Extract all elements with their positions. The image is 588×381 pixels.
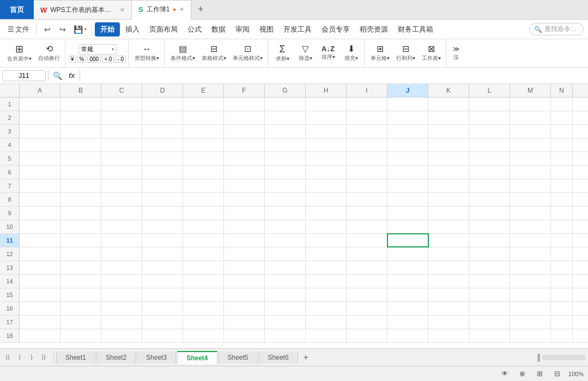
cell-I16[interactable] (347, 302, 387, 315)
cell-G18[interactable] (265, 329, 306, 342)
cell-F5[interactable] (224, 152, 265, 165)
cell-G3[interactable] (265, 125, 306, 138)
cell-K13[interactable] (428, 261, 469, 274)
file-menu-label[interactable]: 文件 (15, 25, 29, 34)
cell-M4[interactable] (510, 138, 551, 152)
cell-K17[interactable] (428, 316, 469, 329)
menu-review[interactable]: 审阅 (231, 22, 254, 37)
sheet-tab-sheet1[interactable]: Sheet1 (56, 352, 95, 364)
cell-L16[interactable] (469, 302, 510, 315)
cell-M5[interactable] (510, 152, 551, 165)
cell-K5[interactable] (428, 152, 469, 165)
cell-C4[interactable] (101, 138, 142, 152)
cell-A1[interactable] (20, 98, 60, 111)
menu-dev-tools[interactable]: 开发工具 (279, 22, 316, 37)
cell-M12[interactable] (510, 247, 551, 261)
cell-D1[interactable] (142, 98, 183, 111)
row-num-8[interactable]: 8 (0, 193, 20, 206)
cell-L3[interactable] (469, 125, 510, 138)
tab-add-button[interactable]: + (191, 0, 210, 19)
cell-A4[interactable] (20, 138, 60, 152)
cell-I13[interactable] (347, 261, 387, 274)
cell-G16[interactable] (265, 302, 306, 315)
cell-G6[interactable] (265, 166, 306, 179)
cell-F2[interactable] (224, 111, 265, 124)
cell-F14[interactable] (224, 275, 265, 288)
cell-A17[interactable] (20, 316, 60, 329)
sheet-nav-next[interactable]: ⟩ (26, 352, 37, 363)
col-header-d[interactable]: D (142, 84, 183, 97)
cell-C7[interactable] (101, 179, 142, 192)
cell-I5[interactable] (347, 152, 387, 165)
cell-L2[interactable] (469, 111, 510, 124)
sheet-nav-prev[interactable]: ⟨ (14, 352, 25, 363)
cell-H2[interactable] (306, 111, 347, 124)
cell-C10[interactable] (101, 220, 142, 233)
cell-C12[interactable] (101, 247, 142, 261)
cell-K9[interactable] (428, 207, 469, 220)
more-button[interactable]: ≫ 沒 (450, 41, 463, 65)
sheet-tab-sheet3[interactable]: Sheet3 (137, 352, 176, 364)
cell-B5[interactable] (60, 152, 101, 165)
tab-workbook-close[interactable]: ✕ (179, 6, 184, 13)
menu-data[interactable]: 数据 (207, 22, 230, 37)
cell-A8[interactable] (20, 193, 60, 206)
cell-D3[interactable] (142, 125, 183, 138)
cell-J1[interactable] (387, 98, 428, 111)
cell-G5[interactable] (265, 152, 306, 165)
split-view-button[interactable]: ⊟ (551, 367, 564, 380)
cell-C5[interactable] (101, 152, 142, 165)
cell-E18[interactable] (183, 329, 224, 342)
cell-E5[interactable] (183, 152, 224, 165)
cell-J17[interactable] (387, 316, 428, 329)
cell-B12[interactable] (60, 247, 101, 261)
cell-L7[interactable] (469, 179, 510, 192)
cell-D17[interactable] (142, 316, 183, 329)
cell-N18[interactable] (551, 329, 573, 342)
cell-A15[interactable] (20, 288, 60, 301)
row-num-12[interactable]: 12 (0, 247, 20, 261)
cell-M2[interactable] (510, 111, 551, 124)
cell-B9[interactable] (60, 207, 101, 220)
cell-K1[interactable] (428, 98, 469, 111)
cell-H3[interactable] (306, 125, 347, 138)
percent-button[interactable]: % (77, 56, 87, 63)
cell-G4[interactable] (265, 138, 306, 152)
cell-A7[interactable] (20, 179, 60, 192)
menu-finance[interactable]: 财务工具箱 (393, 22, 438, 37)
cell-E8[interactable] (183, 193, 224, 206)
cell-F1[interactable] (224, 98, 265, 111)
menu-view[interactable]: 视图 (255, 22, 278, 37)
cell-F9[interactable] (224, 207, 265, 220)
cell-E4[interactable] (183, 138, 224, 152)
cell-F16[interactable] (224, 302, 265, 315)
cell-J9[interactable] (387, 207, 428, 220)
menu-member[interactable]: 会员专享 (317, 22, 354, 37)
cell-G12[interactable] (265, 247, 306, 261)
cell-N5[interactable] (551, 152, 573, 165)
grid-view-button[interactable]: ⊞ (534, 367, 547, 380)
cell-M1[interactable] (510, 98, 551, 111)
cell-H12[interactable] (306, 247, 347, 261)
cell-B14[interactable] (60, 275, 101, 288)
cell-I18[interactable] (347, 329, 387, 342)
menu-insert[interactable]: 插入 (121, 22, 144, 37)
cell-K3[interactable] (428, 125, 469, 138)
cell-J5[interactable] (387, 152, 428, 165)
cell-L1[interactable] (469, 98, 510, 111)
save-button[interactable]: 💾 (71, 22, 84, 37)
sheet-tab-sheet4[interactable]: Sheet4 (177, 351, 217, 364)
cell-B18[interactable] (60, 329, 101, 342)
cell-K12[interactable] (428, 247, 469, 261)
cell-L5[interactable] (469, 152, 510, 165)
cell-B8[interactable] (60, 193, 101, 206)
cell-B7[interactable] (60, 179, 101, 192)
cell-J4[interactable] (387, 138, 428, 152)
worksheet-button[interactable]: ⊠ 工作表▾ (419, 41, 444, 65)
cell-N11[interactable] (551, 234, 573, 247)
save-dropdown-arrow[interactable]: ▾ (84, 27, 87, 32)
cell-K8[interactable] (428, 193, 469, 206)
cell-A14[interactable] (20, 275, 60, 288)
cell-N16[interactable] (551, 302, 573, 315)
row-num-6[interactable]: 6 (0, 166, 20, 179)
